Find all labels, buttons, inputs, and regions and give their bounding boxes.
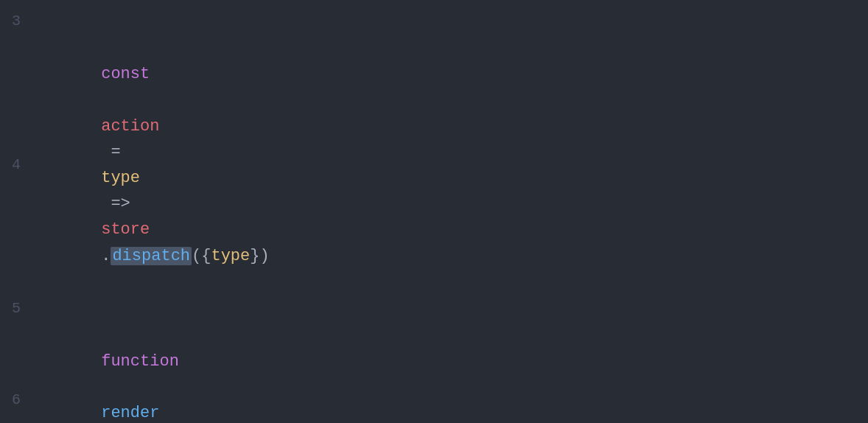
line-num-3: 3	[0, 10, 35, 33]
obj-type: type	[211, 247, 250, 265]
method-dispatch: dispatch	[111, 247, 192, 265]
var-store: store	[101, 220, 150, 239]
code-line-6: 6 function render () {	[0, 323, 868, 423]
var-action: action	[101, 117, 159, 136]
code-line-3: 3	[0, 7, 868, 35]
line-num-5: 5	[0, 297, 35, 321]
line-num-6: 6	[0, 388, 35, 412]
code-editor: 3 4 const action = type => store .dispat…	[0, 0, 868, 423]
fn-render: render	[101, 404, 159, 422]
keyword-function: function	[101, 352, 179, 371]
line-num-4: 4	[0, 153, 35, 177]
code-line-4: 4 const action = type => store .dispatch…	[0, 35, 868, 295]
line-content-4: const action = type => store .dispatch({…	[35, 35, 868, 295]
param-type: type	[101, 169, 140, 187]
code-line-5: 5	[0, 295, 868, 323]
keyword-const: const	[101, 65, 150, 83]
line-content-6: function render () {	[35, 323, 868, 423]
